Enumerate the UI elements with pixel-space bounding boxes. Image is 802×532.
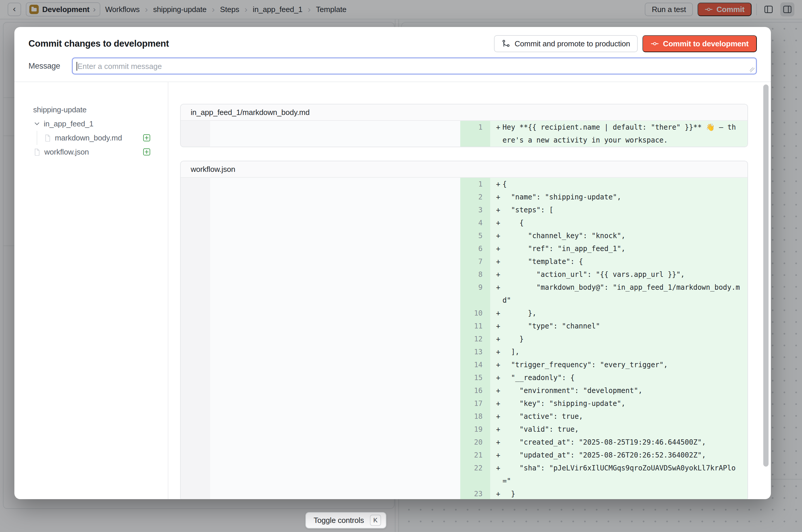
diff-file-name: workflow.json (191, 165, 235, 174)
diff-file-header: workflow.json (181, 161, 747, 178)
diff-line-number: 10 (460, 307, 490, 320)
diff-added-line: + "updated_at": "2025-08-26T20:26:52.364… (490, 449, 747, 462)
tree-root-workflow[interactable]: shipping-update (33, 103, 151, 117)
diff-line-number: 5 (460, 229, 490, 242)
diff-file-header: in_app_feed_1/markdown_body.md (181, 104, 747, 121)
diff-old-gutter (181, 281, 210, 307)
diff-old-content (210, 216, 460, 229)
diff-line-number: 1 (460, 178, 490, 191)
tree-node-step[interactable]: in_app_feed_1 (33, 117, 151, 131)
diff-file-name: in_app_feed_1/markdown_body.md (191, 108, 310, 117)
chevron-down-icon (33, 120, 41, 128)
diff-added-line: + { (490, 216, 747, 229)
diff-added-line: + "action_url": "{{ vars.app_url }}", (490, 268, 747, 281)
diff-added-line: + "sha": "pJeLVir6xIlUCMGqs9qroZoUAVDSwA… (490, 462, 747, 488)
tree-file-markdown-body[interactable]: markdown_body.md (44, 131, 151, 145)
diff-line-text: { (503, 216, 740, 229)
diff-line-number: 1 (460, 121, 490, 147)
diff-added-line: + "environment": "development", (490, 384, 747, 397)
tree-root-label: shipping-update (33, 105, 87, 114)
diff-old-content (210, 307, 460, 320)
diff-old-content (210, 268, 460, 281)
diff-line-text: "key": "shipping-update", (503, 397, 740, 410)
diff-file-card: in_app_feed_1/markdown_body.md 1+Hey **{… (180, 104, 748, 147)
diff-plus-sign: + (490, 320, 503, 332)
diff-line-number: 16 (460, 384, 490, 397)
diff-line-text: "type": "channel" (503, 320, 740, 332)
diff-line-number: 14 (460, 358, 490, 371)
diff-old-content (210, 229, 460, 242)
diff-line-text: } (503, 488, 740, 499)
diff-line-number: 3 (460, 204, 490, 216)
diff-line-number: 7 (460, 255, 490, 268)
diff-old-content (210, 423, 460, 436)
diff-plus-sign: + (490, 345, 503, 358)
diff-added-line: + "valid": true, (490, 423, 747, 436)
commit-message-input[interactable] (73, 58, 756, 74)
diff-plus-sign: + (490, 397, 503, 410)
diff-old-gutter (181, 345, 210, 358)
diff-old-content (210, 397, 460, 410)
diff-plus-sign: + (490, 358, 503, 371)
diff-added-line: +Hey **{{ recipient.name | default: "the… (490, 121, 747, 147)
diff-line-number: 21 (460, 449, 490, 462)
diff-old-content (210, 281, 460, 307)
diff-line-number: 9 (460, 281, 490, 307)
tree-file-label: workflow.json (44, 148, 89, 157)
diff-plus-sign: + (490, 332, 503, 345)
diff-old-content (210, 320, 460, 332)
diff-line-number: 15 (460, 371, 490, 384)
file-added-icon (143, 134, 151, 142)
diff-old-content (210, 121, 460, 147)
diff-old-gutter (181, 384, 210, 397)
diff-line-text: "action_url": "{{ vars.app_url }}", (503, 268, 740, 281)
diff-line-text: "trigger_frequency": "every_trigger", (503, 358, 740, 371)
diff-line-number: 11 (460, 320, 490, 332)
file-icon (33, 148, 41, 156)
diff-plus-sign: + (490, 384, 503, 397)
diff-line-text: "markdown_body@": "in_app_feed_1/markdow… (503, 281, 740, 307)
diff-plus-sign: + (490, 229, 503, 242)
diff-old-content (210, 255, 460, 268)
diff-plus-sign: + (490, 242, 503, 255)
diff-old-content (210, 332, 460, 345)
diff-old-content (210, 449, 460, 462)
diff-old-content (210, 371, 460, 384)
diff-old-gutter (181, 255, 210, 268)
diff-plus-sign: + (490, 281, 503, 294)
app: ‹ Development › Workflows › shipping-upd… (0, 0, 802, 532)
commit-to-development-button[interactable]: Commit to development (642, 35, 757, 52)
tree-file-workflow-json[interactable]: workflow.json (33, 145, 151, 159)
diff-old-gutter (181, 178, 210, 191)
diff-old-content (210, 358, 460, 371)
diff-added-line: + "template": { (490, 255, 747, 268)
diff-added-line: + "ref": "in_app_feed_1", (490, 242, 747, 255)
message-label: Message (29, 62, 60, 71)
commit-and-promote-button[interactable]: Commit and promote to production (494, 35, 638, 52)
diff-plus-sign: + (490, 121, 503, 134)
commit-and-promote-label: Commit and promote to production (515, 39, 630, 49)
dialog-scrollbar-thumb[interactable] (763, 84, 768, 467)
commit-to-development-label: Commit to development (663, 39, 749, 49)
diff-line-text: Hey **{{ recipient.name | default: "ther… (503, 121, 740, 147)
resize-handle[interactable] (750, 68, 754, 72)
diff-added-line: + } (490, 332, 747, 345)
diff-old-gutter (181, 307, 210, 320)
diff-plus-sign: + (490, 449, 503, 462)
diff-line-number: 8 (460, 268, 490, 281)
toggle-controls-button[interactable]: Toggle controls K (305, 512, 386, 529)
diff-added-line: + "type": "channel" (490, 320, 747, 332)
diff-plus-sign: + (490, 268, 503, 281)
diff-old-content (210, 436, 460, 449)
diff-line-text: "active": true, (503, 410, 740, 423)
diff-line-text: "__readonly": { (503, 371, 740, 384)
diff-line-number: 13 (460, 345, 490, 358)
diff-old-content (210, 191, 460, 204)
diff-old-gutter (181, 371, 210, 384)
diff-file-card: workflow.json 1+{2+ "name": "shipping-up… (180, 161, 748, 499)
diff-added-line: + }, (490, 307, 747, 320)
diff-added-line: + "__readonly": { (490, 371, 747, 384)
diff-plus-sign: + (490, 178, 503, 191)
diff-line-number: 17 (460, 397, 490, 410)
diff-line-text: "ref": "in_app_feed_1", (503, 242, 740, 255)
